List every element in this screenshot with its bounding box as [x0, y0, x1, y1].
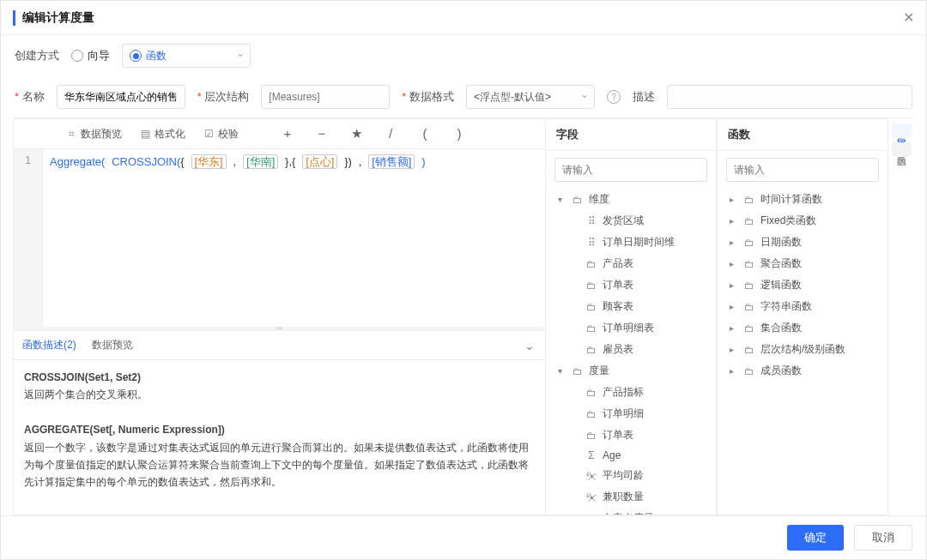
- dim-icon: ⠿: [585, 215, 597, 227]
- format-button[interactable]: ▤格式化: [139, 127, 185, 142]
- tree-item[interactable]: ⏧平均司龄: [549, 465, 712, 486]
- tree-item[interactable]: ▸🗀时间计算函数: [721, 189, 884, 210]
- tree-item[interactable]: ▸🗀日期函数: [721, 232, 884, 253]
- tree-label: 维度: [589, 192, 609, 207]
- desc-h1: CROSSJOIN(Set1, Set2): [24, 371, 141, 383]
- check-icon: ☑: [203, 128, 215, 140]
- folder-icon: 🗀: [585, 387, 597, 399]
- radio-wizard[interactable]: 向导: [71, 48, 110, 63]
- desc-input[interactable]: [667, 85, 912, 109]
- side-tab-funcs[interactable]: 函数: [892, 142, 912, 156]
- tree-label: 逻辑函数: [760, 278, 802, 292]
- tok: Aggregate(: [50, 155, 105, 168]
- tree-label: 订单明细: [603, 406, 644, 421]
- op-plus[interactable]: +: [282, 126, 294, 142]
- tree-label: 订单表: [603, 278, 633, 292]
- side-tab-fields[interactable]: 字段: [892, 123, 912, 137]
- hierarchy-input[interactable]: [261, 85, 390, 109]
- tree-label: 日期函数: [760, 235, 802, 250]
- name-input[interactable]: [57, 85, 185, 109]
- funcs-title: 函数: [718, 119, 888, 151]
- config-row: 名称 层次结构 数据格式 <浮点型-默认值> ? 描述: [1, 76, 926, 117]
- tree-item[interactable]: 🗀雇员表: [549, 339, 712, 360]
- tree-item[interactable]: ▸🗀Fixed类函数: [721, 210, 884, 232]
- tree-item[interactable]: ▾🗀维度: [549, 189, 712, 210]
- tree-item[interactable]: 🗀产品表: [549, 253, 712, 274]
- folder-icon: 🗀: [743, 194, 755, 206]
- tree-item[interactable]: ▸🗀逻辑函数: [721, 274, 884, 296]
- editor-toolbar: ⌗数据预览 ▤格式化 ☑校验 + − ★ / ( ): [14, 119, 545, 149]
- tree-item[interactable]: ▸🗀集合函数: [721, 317, 884, 339]
- tree-label: 时间计算函数: [760, 192, 822, 207]
- tab-func-desc[interactable]: 函数描述(2): [22, 338, 76, 352]
- ok-button[interactable]: 确定: [787, 525, 844, 551]
- caret-icon: ▸: [730, 216, 738, 226]
- code-editor[interactable]: 1 Aggregate( CROSSJOIN({ [华东] , [华南] },{…: [14, 149, 545, 327]
- op-rparen[interactable]: ): [453, 126, 465, 142]
- folder-icon: 🗀: [572, 194, 584, 206]
- tree-item[interactable]: 🗀顾客表: [549, 296, 712, 317]
- tree-item[interactable]: 🗀订单明细表: [549, 317, 712, 339]
- funcs-search[interactable]: [726, 158, 879, 182]
- op-star[interactable]: ★: [350, 126, 362, 142]
- tree-item[interactable]: ▸🗀聚合函数: [721, 253, 884, 274]
- preview-icon: ⌗: [65, 128, 77, 140]
- desc-tabs: 函数描述(2) 数据预览 ⌄: [14, 330, 545, 360]
- chevron-down-icon[interactable]: ⌄: [524, 339, 535, 352]
- caret-icon: ▸: [730, 259, 738, 268]
- tree-item[interactable]: 🗀订单表: [549, 274, 712, 296]
- desc-body: CROSSJOIN(Set1, Set2) 返回两个集合的交叉乘积。 AGGRE…: [14, 360, 545, 515]
- tree-item[interactable]: ⏧兼职数量: [549, 486, 712, 508]
- tree-label: 顾客表: [603, 299, 633, 314]
- folder-icon: 🗀: [743, 237, 755, 249]
- tree-item[interactable]: 🗀订单明细: [549, 403, 712, 425]
- op-slash[interactable]: /: [385, 126, 397, 142]
- tree-label: 字符串函数: [760, 299, 812, 314]
- cancel-button[interactable]: 取消: [854, 525, 912, 551]
- create-mode-label: 创建方式: [15, 48, 59, 63]
- line-gutter: 1: [14, 149, 43, 327]
- tree-item[interactable]: ▾🗀度量: [549, 360, 712, 382]
- side-tabs: 字段 函数: [888, 118, 914, 515]
- hierarchy-label: 层次结构: [197, 89, 250, 105]
- op-lparen[interactable]: (: [419, 126, 431, 142]
- body: ⌗数据预览 ▤格式化 ☑校验 + − ★ / ( ) 1 Aggregate( …: [13, 117, 914, 515]
- fields-search[interactable]: [554, 158, 707, 182]
- preview-button[interactable]: ⌗数据预览: [65, 127, 122, 142]
- tree-item[interactable]: 🗀订单表: [549, 425, 712, 446]
- tree-item[interactable]: ΣAge: [549, 446, 712, 465]
- op-minus[interactable]: −: [316, 126, 328, 142]
- sigma-icon: Σ: [585, 449, 597, 461]
- tree-item[interactable]: 🗀产品指标: [549, 382, 712, 403]
- tree-item[interactable]: ⠿订单日期时间维: [549, 232, 712, 253]
- tree-item[interactable]: ▸🗀字符串函数: [721, 296, 884, 317]
- check-button[interactable]: ☑校验: [203, 127, 239, 142]
- tree-label: 订单表: [603, 428, 633, 443]
- tree-label: 订单日期时间维: [603, 235, 675, 250]
- caret-icon: ▸: [730, 238, 738, 247]
- close-icon[interactable]: ✕: [903, 9, 914, 26]
- folder-icon: 🗀: [585, 258, 597, 270]
- help-icon[interactable]: ?: [607, 90, 621, 104]
- folder-icon: 🗀: [585, 430, 597, 442]
- tree-item[interactable]: 🗀自定义度量: [549, 508, 712, 515]
- folder-icon: 🗀: [743, 301, 755, 313]
- tree-item[interactable]: ⠿发货区域: [549, 210, 712, 232]
- code-content[interactable]: Aggregate( CROSSJOIN({ [华东] , [华南] },{ […: [43, 149, 545, 327]
- radio-function[interactable]: 函数: [122, 44, 251, 68]
- right-pane: 字段 ▾🗀维度⠿发货区域⠿订单日期时间维🗀产品表🗀订单表🗀顾客表🗀订单明细表🗀雇…: [545, 118, 914, 515]
- dialog-title: 编辑计算度量: [13, 10, 94, 26]
- tree-label: 发货区域: [603, 214, 644, 228]
- tok: [华南]: [243, 154, 278, 169]
- operator-toolbar: + − ★ / ( ): [282, 126, 465, 142]
- tree-item[interactable]: ▸🗀成员函数: [721, 360, 884, 382]
- tree-item[interactable]: ▸🗀层次结构/级别函数: [721, 339, 884, 360]
- folder-icon: 🗀: [743, 215, 755, 227]
- folder-icon: 🗀: [743, 365, 755, 377]
- tok: [销售额]: [368, 154, 415, 169]
- format-select[interactable]: <浮点型-默认值>: [466, 85, 595, 109]
- calc-icon: ⏧: [585, 491, 597, 503]
- tab-data-preview[interactable]: 数据预览: [92, 338, 133, 352]
- format-label: 数据格式: [402, 89, 454, 105]
- funcs-panel: 函数 ▸🗀时间计算函数▸🗀Fixed类函数▸🗀日期函数▸🗀聚合函数▸🗀逻辑函数▸…: [717, 118, 888, 515]
